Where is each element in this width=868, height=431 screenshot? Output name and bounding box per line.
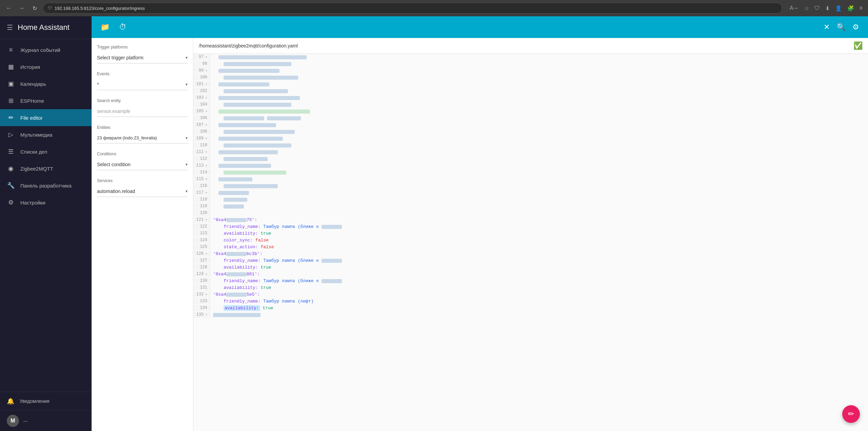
shield-icon[interactable]: 🛡 — [813, 4, 821, 13]
events-label: Events — [97, 72, 188, 76]
translate-icon[interactable]: A↔ — [788, 4, 800, 13]
table-row: 97 — [193, 54, 868, 61]
settings-icon: ⚙ — [7, 199, 15, 206]
line-content — [210, 169, 868, 176]
forward-button[interactable]: → — [17, 3, 26, 13]
line-content — [210, 129, 868, 135]
browser-actions: A↔ ☆ 🛡 ⬇ 👤 🧩 ≡ — [788, 4, 864, 13]
notification-icon[interactable]: 🔔 — [7, 397, 14, 405]
line-number: 99 — [193, 67, 210, 74]
line-number: 104 — [193, 101, 210, 107]
conditions-caret: ▾ — [186, 162, 188, 167]
table-row: 125 state_action: false — [193, 244, 868, 251]
code-editor[interactable]: 97 98 99 100 — [193, 54, 868, 431]
line-number: 126 — [193, 251, 210, 257]
table-row: 108 — [193, 129, 868, 135]
reload-button[interactable]: ↻ — [30, 3, 39, 13]
menu-icon[interactable]: ≡ — [858, 4, 864, 13]
folder-icon[interactable]: 📁 — [98, 21, 112, 34]
services-section: Services automation.reload ▾ — [97, 178, 188, 197]
hamburger-icon[interactable]: ☰ — [7, 23, 13, 32]
table-row: 117 — [193, 190, 868, 196]
sidebar-item-media[interactable]: ▷ Мультимедиа — [0, 126, 92, 143]
settings-toolbar-icon[interactable]: ⚙ — [850, 21, 861, 34]
line-number: 127 — [193, 257, 210, 263]
line-number: 123 — [193, 230, 210, 236]
search-entity-input[interactable] — [97, 106, 188, 117]
table-row: 128 availability: true — [193, 264, 868, 271]
line-number: 115 — [193, 176, 210, 182]
table-row: 115 — [193, 176, 868, 183]
sidebar-item-label: Мультимедиа — [20, 132, 52, 138]
journal-icon: ≡ — [7, 46, 15, 54]
sidebar-footer: 🔔 Уведомления — [0, 392, 92, 410]
right-panel: /homeassistant/zigbee2mqtt/configuration… — [193, 38, 868, 431]
extension-icon[interactable]: 🧩 — [846, 4, 855, 13]
entities-caret: ▾ — [186, 136, 188, 140]
table-row: 113 — [193, 162, 868, 169]
sidebar-item-history[interactable]: ▦ История — [0, 58, 92, 75]
line-number: 133 — [193, 298, 210, 304]
line-number: 114 — [193, 169, 210, 175]
todo-icon: ☰ — [7, 148, 15, 155]
table-row: 116 — [193, 183, 868, 190]
profile-icon[interactable]: 👤 — [834, 4, 843, 13]
line-number: 100 — [193, 74, 210, 80]
table-row: 132 '0xa45e5': — [193, 291, 868, 298]
back-button[interactable]: ← — [4, 3, 14, 13]
line-number: 117 — [193, 190, 210, 196]
sidebar-item-developer[interactable]: 🔧 Панель разработчика — [0, 177, 92, 194]
close-toolbar-icon[interactable]: ✕ — [822, 21, 832, 34]
sidebar-item-label: История — [20, 64, 40, 70]
sidebar-item-file-editor[interactable]: ✏ File editor — [0, 109, 92, 126]
events-select[interactable]: * ▾ — [97, 79, 188, 90]
sidebar-item-label: ESPHome — [20, 98, 44, 104]
file-editor-icon: ✏ — [7, 114, 15, 121]
line-content: availability: true — [210, 264, 868, 271]
trigger-section: Trigger platforms Select trigger platfor… — [97, 45, 188, 63]
table-row: 102 — [193, 88, 868, 95]
main-panel: Trigger platforms Select trigger platfor… — [92, 38, 868, 431]
line-content — [210, 88, 868, 94]
trigger-select[interactable]: Select trigger platform ▾ — [97, 52, 188, 63]
line-number: 103 — [193, 95, 210, 101]
line-content — [210, 74, 868, 81]
history-toolbar-icon[interactable]: ⏱ — [117, 21, 129, 34]
search-toolbar-icon[interactable]: 🔍 — [834, 21, 848, 34]
line-content — [210, 142, 868, 149]
line-content — [210, 149, 868, 155]
search-entity-label: Search entity — [97, 98, 188, 103]
sidebar-item-settings[interactable]: ⚙ Настройки — [0, 194, 92, 211]
line-number: 118 — [193, 196, 210, 202]
fab-edit-button[interactable]: ✏ — [842, 405, 860, 423]
line-content — [210, 95, 868, 101]
line-number: 106 — [193, 115, 210, 121]
sidebar-item-esphome[interactable]: ⊞ ESPHome — [0, 92, 92, 109]
line-number: 101 — [193, 81, 210, 87]
table-row: 104 — [193, 101, 868, 108]
conditions-select[interactable]: Select condition ▾ — [97, 159, 188, 170]
line-number: 116 — [193, 183, 210, 189]
sidebar-item-zigbee[interactable]: ◉ Zigbee2MQTT — [0, 160, 92, 177]
bookmark-icon[interactable]: ☆ — [803, 4, 810, 13]
lock-icon: 🛡 — [48, 6, 52, 11]
line-number: 120 — [193, 210, 210, 216]
line-content — [210, 135, 868, 142]
sidebar-item-journal[interactable]: ≡ Журнал событий — [0, 42, 92, 58]
line-number: 131 — [193, 285, 210, 291]
entities-select[interactable]: 23 февраля (todo.23_fevralia) ▾ — [97, 133, 188, 143]
table-row: 109 — [193, 135, 868, 142]
media-icon: ▷ — [7, 131, 15, 138]
address-bar[interactable]: 🛡 192.168.165.5:8123/core_configurator/i… — [43, 3, 782, 14]
line-number: 124 — [193, 237, 210, 243]
sidebar-item-todo[interactable]: ☰ Списки дел — [0, 143, 92, 160]
conditions-value: Select condition — [97, 162, 131, 167]
entities-value: 23 февраля (todo.23_fevralia) — [97, 135, 157, 140]
events-section: Events * ▾ — [97, 72, 188, 90]
sidebar-item-calendar[interactable]: ▣ Календарь — [0, 75, 92, 92]
services-select[interactable]: automation.reload ▾ — [97, 186, 188, 197]
line-number: 128 — [193, 264, 210, 270]
line-number: 113 — [193, 162, 210, 169]
download-icon[interactable]: ⬇ — [824, 4, 831, 13]
sidebar-nav: ≡ Журнал событий ▦ История ▣ Календарь ⊞… — [0, 39, 92, 392]
